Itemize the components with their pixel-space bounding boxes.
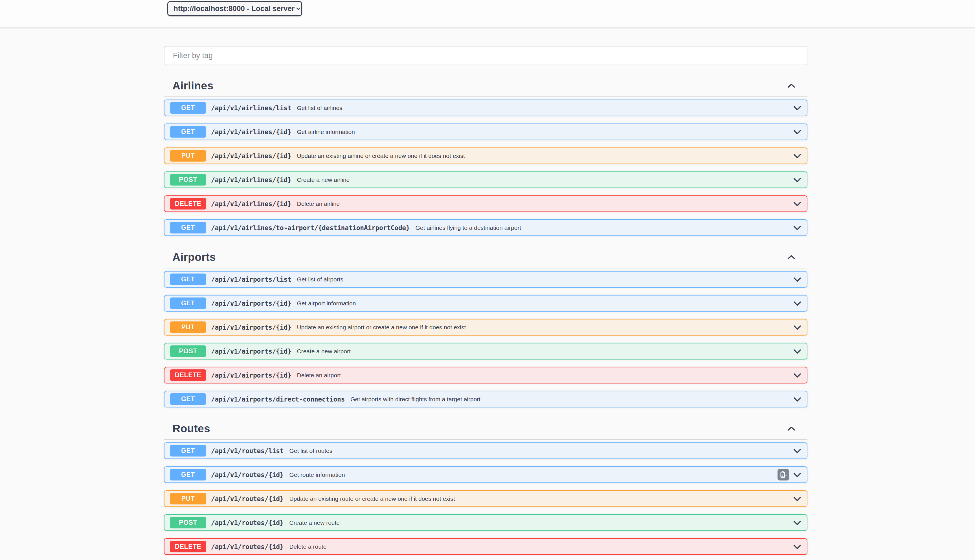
operation-row[interactable]: GET /api/v1/airlines/{id} Get airline in… bbox=[164, 123, 807, 140]
operation-summary: Get route information bbox=[289, 472, 345, 478]
method-badge: POST bbox=[170, 345, 206, 357]
chevron-down-icon[interactable] bbox=[793, 225, 801, 231]
chevron-down-icon[interactable] bbox=[793, 129, 801, 135]
chevron-down-icon[interactable] bbox=[793, 397, 801, 402]
copy-to-clipboard-icon[interactable] bbox=[778, 469, 789, 480]
method-badge: GET bbox=[170, 393, 206, 405]
method-badge: PUT bbox=[170, 150, 206, 162]
operation-row[interactable]: PUT /api/v1/airlines/{id} Update an exis… bbox=[164, 147, 807, 164]
method-badge: GET bbox=[170, 273, 206, 285]
chevron-down-icon[interactable] bbox=[793, 177, 801, 183]
operation-row[interactable]: DELETE /api/v1/routes/{id} Delete a rout… bbox=[164, 538, 807, 555]
chevron-down-icon[interactable] bbox=[793, 496, 801, 502]
method-badge: GET bbox=[170, 469, 206, 480]
operation-row[interactable]: DELETE /api/v1/airports/{id} Delete an a… bbox=[164, 367, 807, 383]
operation-summary: Delete a route bbox=[289, 543, 326, 550]
chevron-up-icon[interactable] bbox=[787, 83, 796, 88]
chevron-down-icon[interactable] bbox=[793, 201, 801, 207]
method-badge: POST bbox=[170, 174, 206, 185]
operation-summary: Get list of airports bbox=[297, 276, 344, 283]
chevron-down-icon[interactable] bbox=[793, 348, 801, 354]
chevron-down-icon[interactable] bbox=[793, 153, 801, 159]
operation-row[interactable]: PUT /api/v1/airports/{id} Update an exis… bbox=[164, 319, 807, 335]
operation-summary: Delete an airport bbox=[297, 372, 341, 379]
operation-path: /api/v1/airlines/{id} bbox=[211, 128, 291, 136]
method-badge: PUT bbox=[170, 493, 206, 505]
operation-path: /api/v1/routes/{id} bbox=[211, 519, 284, 527]
chevron-down-icon[interactable] bbox=[793, 277, 801, 282]
tag-header-routes[interactable]: Routes bbox=[164, 422, 807, 435]
operation-row[interactable]: PUT /api/v1/routes/{id} Update an existi… bbox=[164, 490, 807, 507]
method-badge: DELETE bbox=[170, 369, 206, 381]
method-badge: GET bbox=[170, 222, 206, 233]
section-divider bbox=[164, 268, 807, 268]
method-badge: GET bbox=[170, 102, 206, 113]
method-badge: PUT bbox=[170, 322, 206, 333]
server-select-label: http://localhost:8000 - Local server bbox=[174, 4, 294, 13]
operation-row[interactable]: GET /api/v1/routes/{id} Get route inform… bbox=[164, 467, 807, 483]
chevron-down-icon[interactable] bbox=[793, 472, 801, 478]
operation-row[interactable]: POST /api/v1/airports/{id} Create a new … bbox=[164, 343, 807, 360]
operation-summary: Get list of routes bbox=[289, 447, 332, 454]
operation-path: /api/v1/routes/{id} bbox=[211, 471, 284, 478]
operation-path: /api/v1/airports/{id} bbox=[211, 324, 291, 331]
filter-by-tag-input[interactable] bbox=[164, 46, 807, 65]
operation-path: /api/v1/airlines/list bbox=[211, 104, 291, 112]
chevron-down-icon[interactable] bbox=[793, 448, 801, 454]
operation-path: /api/v1/airlines/{id} bbox=[211, 200, 291, 208]
operation-row[interactable]: POST /api/v1/routes/{id} Create a new ro… bbox=[164, 514, 807, 531]
chevron-up-icon[interactable] bbox=[787, 426, 796, 431]
operation-path: /api/v1/routes/list bbox=[211, 447, 284, 455]
operation-summary: Update an existing airport or create a n… bbox=[297, 324, 466, 331]
operation-path: /api/v1/routes/{id} bbox=[211, 495, 284, 502]
operation-path: /api/v1/airports/{id} bbox=[211, 300, 291, 307]
operation-summary: Get airlines flying to a destination air… bbox=[415, 225, 521, 231]
operation-summary: Get airports with direct flights from a … bbox=[351, 396, 481, 403]
method-badge: DELETE bbox=[170, 198, 206, 210]
section-divider bbox=[164, 97, 807, 97]
tag-title: Routes bbox=[172, 422, 210, 435]
operation-path: /api/v1/routes/{id} bbox=[211, 543, 284, 550]
tag-title: Airlines bbox=[172, 80, 213, 92]
operation-summary: Create a new airline bbox=[297, 177, 350, 183]
server-select[interactable]: http://localhost:8000 - Local server bbox=[167, 1, 302, 16]
operation-summary: Delete an airline bbox=[297, 200, 340, 207]
operation-summary: Get list of airlines bbox=[297, 105, 342, 112]
method-badge: DELETE bbox=[170, 541, 206, 552]
chevron-down-icon[interactable] bbox=[793, 544, 801, 550]
operation-row[interactable]: GET /api/v1/airports/{id} Get airport in… bbox=[164, 295, 807, 312]
chevron-down-icon[interactable] bbox=[793, 372, 801, 378]
scheme-container: http://localhost:8000 - Local server bbox=[0, 0, 975, 28]
method-badge: GET bbox=[170, 445, 206, 457]
operation-row[interactable]: POST /api/v1/airlines/{id} Create a new … bbox=[164, 172, 807, 188]
method-badge: POST bbox=[170, 517, 206, 528]
operation-path: /api/v1/airlines/to-airport/{destination… bbox=[211, 224, 410, 232]
operation-row[interactable]: GET /api/v1/airports/direct-connections … bbox=[164, 391, 807, 407]
tag-header-airports[interactable]: Airports bbox=[164, 251, 807, 263]
chevron-down-icon[interactable] bbox=[793, 105, 801, 111]
section-divider bbox=[164, 439, 807, 440]
operation-path: /api/v1/airports/{id} bbox=[211, 372, 291, 379]
operation-row[interactable]: GET /api/v1/routes/list Get list of rout… bbox=[164, 442, 807, 459]
chevron-down-icon[interactable] bbox=[793, 520, 801, 526]
chevron-down-icon bbox=[294, 5, 302, 12]
method-badge: GET bbox=[170, 126, 206, 138]
tag-title: Airports bbox=[172, 251, 216, 263]
operation-path: /api/v1/airlines/{id} bbox=[211, 176, 291, 183]
operation-path: /api/v1/airports/list bbox=[211, 276, 291, 283]
chevron-down-icon[interactable] bbox=[793, 301, 801, 306]
operation-summary: Update an existing airline or create a n… bbox=[297, 153, 465, 159]
operation-summary: Get airline information bbox=[297, 128, 355, 135]
operation-row[interactable]: GET /api/v1/airlines/to-airport/{destina… bbox=[164, 219, 807, 236]
operation-path: /api/v1/airports/direct-connections bbox=[211, 396, 345, 403]
operation-summary: Update an existing route or create a new… bbox=[289, 495, 455, 502]
operation-row[interactable]: DELETE /api/v1/airlines/{id} Delete an a… bbox=[164, 195, 807, 212]
chevron-down-icon[interactable] bbox=[793, 325, 801, 330]
operation-summary: Get airport information bbox=[297, 300, 356, 307]
operation-path: /api/v1/airlines/{id} bbox=[211, 152, 291, 160]
operation-path: /api/v1/airports/{id} bbox=[211, 348, 291, 355]
chevron-up-icon[interactable] bbox=[787, 255, 796, 260]
operation-row[interactable]: GET /api/v1/airports/list Get list of ai… bbox=[164, 271, 807, 288]
operation-row[interactable]: GET /api/v1/airlines/list Get list of ai… bbox=[164, 100, 807, 116]
tag-header-airlines[interactable]: Airlines bbox=[164, 80, 807, 92]
